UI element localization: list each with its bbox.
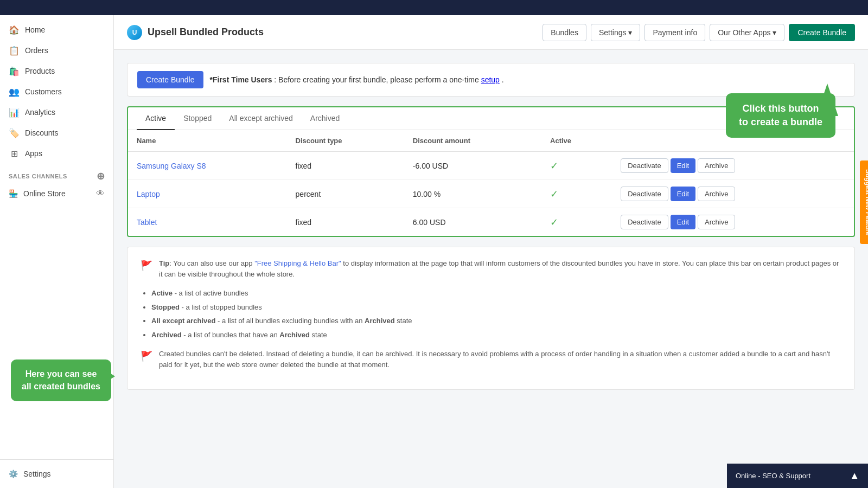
chat-widget[interactable]: Online - SEO & Support ▲ <box>727 464 868 488</box>
sidebar-item-online-store[interactable]: 🏪 Online Store 👁 <box>0 184 113 203</box>
eye-icon[interactable]: 👁 <box>96 189 105 198</box>
create-bundle-bar: Create Bundle *First Time Users : Before… <box>127 63 855 97</box>
tab-stopped[interactable]: Stopped <box>175 107 220 130</box>
payment-info-button[interactable]: Payment info <box>644 24 705 41</box>
app-logo: U <box>127 25 142 40</box>
sidebar-label-products: Products <box>25 67 55 75</box>
deactivate-button-samsung[interactable]: Deactivate <box>621 158 668 173</box>
tab-archived[interactable]: Archived <box>302 107 348 130</box>
callout-here-line1: Here you can see <box>22 368 100 380</box>
customers-icon: 👥 <box>9 86 20 97</box>
active-check-samsung: ✓ <box>550 160 558 171</box>
edit-button-samsung[interactable]: Edit <box>671 158 695 173</box>
action-group-laptop: Deactivate Edit Archive <box>621 187 845 201</box>
setup-link[interactable]: setup <box>481 75 500 84</box>
edit-button-tablet[interactable]: Edit <box>671 215 695 229</box>
callout-line2: to create a bundle <box>739 115 822 129</box>
bullet-all-except: All except archived - a list of all bund… <box>151 316 841 326</box>
archive-button-samsung[interactable]: Archive <box>698 158 735 173</box>
content-area: U Upsell Bundled Products Bundles Settin… <box>114 15 868 488</box>
sidebar-label-orders: Orders <box>25 46 48 55</box>
bundle-name-laptop[interactable]: Laptop <box>137 190 160 198</box>
sidebar-item-orders[interactable]: 📋 Orders <box>0 40 113 61</box>
top-bar <box>0 0 868 15</box>
discount-amount-laptop: 10.00 % <box>404 180 541 208</box>
tips-section: 🚩 Tip: You can also use our app "Free Sh… <box>127 247 855 390</box>
settings-button[interactable]: Settings ▾ <box>591 24 641 41</box>
first-time-info: *First Time Users : Before creating your… <box>210 75 504 84</box>
info-text: : Before creating your first bundle, ple… <box>274 75 481 84</box>
chat-widget-icon: ▲ <box>850 470 859 481</box>
sidebar-item-home[interactable]: 🏠 Home <box>0 20 113 40</box>
discount-amount-samsung: -6.00 USD <box>404 152 541 180</box>
bundle-name-samsung[interactable]: Samsung Galaxy S8 <box>137 162 206 170</box>
deactivate-button-tablet[interactable]: Deactivate <box>621 215 668 229</box>
orders-icon: 📋 <box>9 45 20 56</box>
store-icon: 🏪 <box>9 189 18 198</box>
first-time-label: *First Time Users <box>210 75 272 84</box>
add-channel-icon[interactable]: ⊕ <box>97 170 105 182</box>
archive-button-tablet[interactable]: Archive <box>698 215 735 229</box>
home-icon: 🏠 <box>9 24 20 35</box>
chevron-down-icon: ▾ <box>773 28 776 37</box>
sidebar-label-settings: Settings <box>23 470 51 478</box>
sidebar: 🏠 Home 📋 Orders 🛍️ Products 👥 Customers … <box>0 15 114 488</box>
bullet-archived: Archived - a list of bundles that have a… <box>151 330 841 341</box>
callout-here-arrow <box>103 369 115 384</box>
discounts-icon: 🏷️ <box>9 127 20 138</box>
free-shipping-link[interactable]: "Free Shipping & Hello Bar" <box>254 259 341 267</box>
sidebar-label-discounts: Discounts <box>25 129 58 137</box>
products-icon: 🛍️ <box>9 66 20 76</box>
callout-line1: Click this button <box>739 102 822 115</box>
table-row: Samsung Galaxy S8 fixed -6.00 USD ✓ Deac… <box>128 152 854 180</box>
sidebar-item-products[interactable]: 🛍️ Products <box>0 61 113 81</box>
create-bundle-button[interactable]: Create Bundle <box>137 71 203 88</box>
edit-button-laptop[interactable]: Edit <box>671 187 695 201</box>
callout-here: Here you can see all created bundles <box>11 359 111 401</box>
sidebar-item-apps[interactable]: ⊞ Apps <box>0 143 113 164</box>
bundles-button[interactable]: Bundles <box>542 24 586 41</box>
callout-arrow <box>816 84 838 118</box>
discount-amount-tablet: 6.00 USD <box>404 208 541 236</box>
app-header: U Upsell Bundled Products Bundles Settin… <box>114 15 868 50</box>
active-check-laptop: ✓ <box>550 189 558 200</box>
analytics-icon: 📊 <box>9 107 20 118</box>
sidebar-item-discounts[interactable]: 🏷️ Discounts <box>0 123 113 143</box>
tip-1-text: Tip: You can also use our app "Free Ship… <box>159 258 841 279</box>
tip-2-row: 🚩 Created bundles can't be deleted. Inst… <box>141 349 841 370</box>
main-content: Create Bundle *First Time Users : Before… <box>114 50 868 488</box>
sidebar-label-analytics: Analytics <box>25 108 55 117</box>
sidebar-item-settings[interactable]: ⚙️ Settings <box>9 466 105 481</box>
sales-channels-title: SALES CHANNELS ⊕ <box>0 164 113 184</box>
archive-button-laptop[interactable]: Archive <box>698 187 735 201</box>
flag-icon-2: 🚩 <box>141 349 152 370</box>
col-discount-type: Discount type <box>287 130 404 152</box>
sidebar-item-customers[interactable]: 👥 Customers <box>0 81 113 102</box>
bundle-name-tablet[interactable]: Tablet <box>137 218 157 227</box>
sidebar-label-customers: Customers <box>25 87 62 96</box>
settings-icon: ⚙️ <box>9 470 18 478</box>
active-check-tablet: ✓ <box>550 217 558 228</box>
deactivate-button-laptop[interactable]: Deactivate <box>621 187 668 201</box>
sidebar-bottom: ⚙️ Settings <box>0 459 113 488</box>
svg-marker-0 <box>816 84 838 116</box>
bullet-list: Active - a list of active bundles Stoppe… <box>141 288 841 340</box>
sidebar-label-online-store: Online Store <box>23 189 66 198</box>
discount-type-samsung: fixed <box>287 152 404 180</box>
app-title: Upsell Bundled Products <box>148 27 264 38</box>
sidebar-item-analytics[interactable]: 📊 Analytics <box>0 102 113 123</box>
create-bundle-header-button[interactable]: Create Bundle <box>789 24 855 41</box>
flag-icon-1: 🚩 <box>141 259 152 279</box>
discount-type-laptop: percent <box>287 180 404 208</box>
tab-all-except-archived[interactable]: All except archived <box>220 107 302 130</box>
col-discount-amount: Discount amount <box>404 130 541 152</box>
tip-2-text: Created bundles can't be deleted. Instea… <box>159 349 841 370</box>
other-apps-button[interactable]: Our Other Apps ▾ <box>710 24 784 41</box>
discount-type-tablet: fixed <box>287 208 404 236</box>
chevron-down-icon: ▾ <box>628 28 632 37</box>
suggest-new-feature-tab[interactable]: Suggest New Feature <box>860 160 868 244</box>
bullet-stopped: Stopped - a list of stopped bundles <box>151 302 841 313</box>
info-suffix: . <box>502 75 504 84</box>
sidebar-label-home: Home <box>25 25 45 34</box>
tab-active[interactable]: Active <box>137 107 175 130</box>
